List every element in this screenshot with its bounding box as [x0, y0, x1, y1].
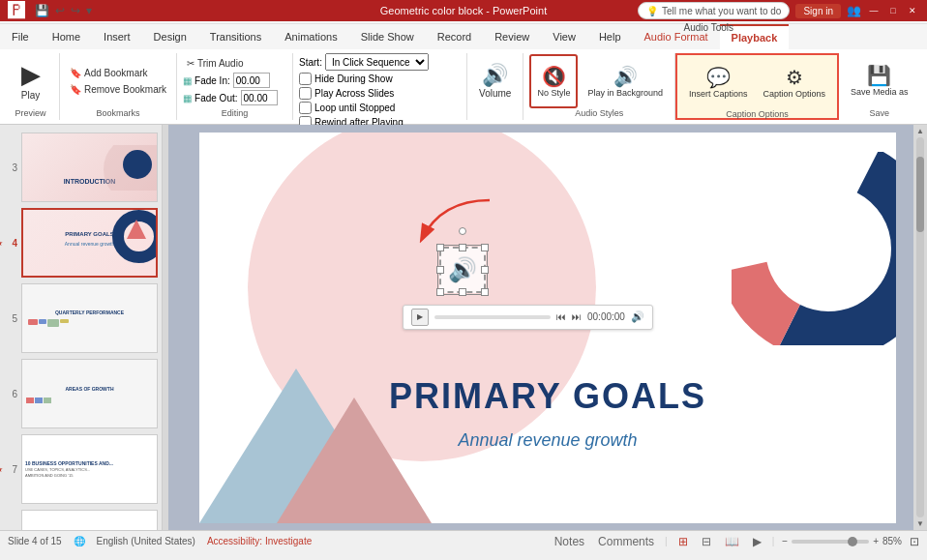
play-across-checkbox[interactable] [299, 87, 312, 100]
group-audio-options: Start: In Click Sequence Automatically W… [293, 53, 467, 120]
tab-help[interactable]: Help [587, 24, 633, 49]
maximize-button[interactable]: □ [886, 4, 900, 17]
tell-me-box[interactable]: 💡 Tell me what you want to do [638, 2, 790, 19]
slide-thumb-6[interactable]: 6 AREAS OF GROWTH [4, 359, 158, 428]
trim-audio-btn[interactable]: ✂ Trim Audio [183, 56, 286, 71]
comments-btn[interactable]: Comments [595, 534, 657, 549]
slide-thumb-3[interactable]: 3 INTRODUCTION [4, 133, 158, 202]
window-title: Geometric color block - PowerPoint [380, 5, 547, 16]
slide-img-5[interactable]: QUARTERLY PERFORMANCE [21, 283, 158, 353]
slideshow-btn[interactable]: ▶ [750, 534, 764, 549]
slide-img-8[interactable]: MEET OUR TEAM [21, 510, 158, 530]
start-row: Start: In Click Sequence Automatically W… [299, 53, 461, 71]
ribbon-tabs: File Home Insert Design Transitions Anim… [0, 24, 927, 49]
no-style-button[interactable]: 🔇 No Style [529, 54, 578, 108]
caption-options-label: Caption Options [726, 109, 789, 121]
play-button[interactable]: ▶ Play [10, 53, 52, 107]
save-media-button[interactable]: 💾 Save Media as [845, 53, 914, 107]
slide-thumb-4[interactable]: ★ 4 PRIMARY GOALS Annual revenue growth [4, 208, 158, 278]
caption-options-button[interactable]: ⚙ Caption Options [757, 55, 831, 109]
loop-until-checkbox[interactable] [299, 102, 312, 114]
play-in-bg-button[interactable]: 🔊 Play in Background [582, 54, 669, 108]
tab-view[interactable]: View [541, 24, 587, 49]
audio-icon[interactable]: 🔊 [439, 247, 486, 293]
normal-view-btn[interactable]: ⊞ [675, 534, 691, 549]
tab-design[interactable]: Design [142, 24, 198, 49]
slide-thumb-8[interactable]: 8 MEET OUR TEAM [4, 510, 158, 530]
zoom-thumb[interactable] [848, 537, 857, 546]
notes-btn[interactable]: Notes [552, 534, 587, 549]
slide-thumb-7[interactable]: ★ 7 10 BUSINESS OPPORTUNITIES AND... USE… [4, 434, 158, 504]
scroll-down-btn[interactable]: ▼ [916, 519, 924, 528]
play-across-check[interactable]: Play Across Slides [299, 87, 461, 100]
fade-in-row: ▦ Fade In: [183, 73, 286, 88]
slide-img-7[interactable]: 10 BUSINESS OPPORTUNITIES AND... USE CAS… [21, 434, 158, 504]
slide-img-3[interactable]: INTRODUCTION [21, 133, 158, 202]
scroll-thumb[interactable] [916, 157, 924, 233]
fade-out-bar-icon: ▦ [183, 93, 192, 103]
tab-review[interactable]: Review [483, 24, 541, 49]
tab-insert[interactable]: Insert [92, 24, 142, 49]
slide-sorter-btn[interactable]: ⊟ [699, 534, 714, 549]
tab-file[interactable]: File [0, 24, 41, 49]
tab-animations[interactable]: Animations [273, 24, 348, 49]
slide-thumb-5[interactable]: 5 QUARTERLY PERFORMANCE [4, 283, 158, 353]
slide-num-3: 3 [4, 162, 17, 173]
tab-record[interactable]: Record [426, 24, 483, 49]
save-qat-btn[interactable]: 💾 [33, 4, 51, 17]
slide-img-6[interactable]: AREAS OF GROWTH [21, 359, 158, 428]
editing-label: Editing [222, 108, 249, 120]
fade-out-input[interactable] [241, 90, 278, 105]
start-select[interactable]: In Click Sequence Automatically When Cli… [325, 53, 429, 71]
prev-track-icon[interactable]: ⏮ [556, 311, 566, 322]
scroll-up-btn[interactable]: ▲ [916, 127, 924, 135]
window-controls: 💡 Tell me what you want to do Sign in 👥 … [638, 2, 919, 19]
language-text: English (United States) [97, 536, 195, 546]
insert-captions-button[interactable]: 💬 Insert Captions [683, 55, 754, 109]
audio-progress-bar[interactable] [434, 315, 551, 319]
sign-in-button[interactable]: Sign in [795, 4, 841, 18]
zoom-slider[interactable] [792, 540, 869, 544]
audio-play-btn[interactable]: ▶ [411, 309, 429, 326]
reading-view-btn[interactable]: 📖 [722, 534, 742, 549]
audio-styles-label: Audio Styles [575, 108, 623, 120]
audio-volume-icon[interactable]: 🔊 [631, 310, 644, 323]
redo-btn[interactable]: ↪ [69, 4, 82, 17]
scroll-track[interactable] [916, 137, 924, 517]
zoom-out-btn[interactable]: − [782, 536, 788, 546]
tell-me-text[interactable]: Tell me what you want to do [662, 6, 781, 16]
slide-count: Slide 4 of 15 [8, 536, 62, 546]
hide-during-checkbox[interactable] [299, 73, 312, 85]
volume-button[interactable]: 🔊 Volume [473, 53, 517, 107]
audio-icon-container[interactable]: 🔊 [439, 247, 486, 293]
tab-transitions[interactable]: Transitions [198, 24, 273, 49]
loop-until-check[interactable]: Loop until Stopped [299, 102, 461, 114]
accessibility-text[interactable]: Accessibility: Investigate [207, 536, 312, 546]
fade-in-input[interactable] [233, 73, 270, 88]
ribbon-content: ▶ Play Preview 🔖 Add Bookmark 🔖 Remove B… [0, 49, 927, 125]
slide-subtitle: Annual revenue growth [199, 430, 896, 451]
group-save: 💾 Save Media as Save [839, 53, 920, 120]
next-track-icon[interactable]: ⏭ [572, 311, 582, 322]
hide-during-check[interactable]: Hide During Show [299, 73, 461, 85]
tab-home[interactable]: Home [41, 24, 92, 49]
minimize-button[interactable]: — [867, 4, 881, 17]
zoom-level[interactable]: 85% [882, 536, 902, 546]
remove-bookmark-btn[interactable]: 🔖 Remove Bookmark [66, 82, 170, 97]
audio-time: 00:00:00 [587, 311, 625, 322]
bookmarks-label: Bookmarks [97, 108, 140, 120]
trim-icon: ✂ [187, 58, 194, 69]
slide-img-4[interactable]: PRIMARY GOALS Annual revenue growth [21, 208, 158, 278]
add-bookmark-btn[interactable]: 🔖 Add Bookmark [66, 66, 170, 80]
undo-btn[interactable]: ↩ [53, 4, 67, 17]
qat-more-btn[interactable]: ▾ [84, 4, 94, 17]
fit-slide-btn[interactable]: ⊡ [910, 535, 919, 548]
slide-num-4: 4 [4, 238, 17, 249]
save-label: Save [870, 108, 890, 120]
tab-slideshow[interactable]: Slide Show [349, 24, 426, 49]
quick-access-toolbar: 💾 ↩ ↪ ▾ [29, 4, 98, 17]
close-button[interactable]: ✕ [906, 4, 919, 17]
share-icon[interactable]: 👥 [847, 4, 861, 17]
zoom-control: − + 85% [782, 536, 902, 546]
zoom-in-btn[interactable]: + [873, 536, 879, 546]
